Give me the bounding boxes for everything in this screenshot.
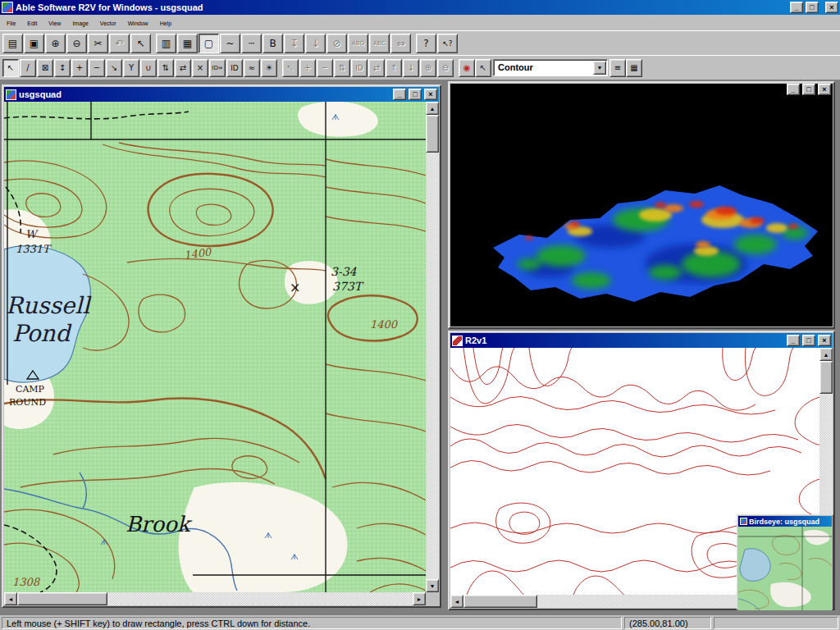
r2v1-minimize-button[interactable]: _	[787, 335, 800, 346]
scroll-left-button[interactable]: ◄	[4, 592, 17, 605]
scroll-thumb[interactable]	[17, 592, 107, 605]
pointer-button[interactable]: ↖	[130, 34, 151, 53]
vertex-down-button[interactable]: ↓	[403, 59, 419, 77]
pin-button[interactable]: ↧	[284, 34, 304, 53]
scroll-up-button[interactable]: ▲	[426, 102, 439, 115]
show-id-button[interactable]: ID	[226, 59, 243, 77]
menu-image[interactable]: Image	[66, 16, 94, 30]
context-help-button[interactable]: ↖?	[437, 34, 458, 53]
vertex-up-button[interactable]: ↑	[386, 59, 402, 77]
zoom-in-button[interactable]: ⊕	[45, 34, 66, 53]
vector-display-button[interactable]: ~	[220, 34, 240, 53]
scroll-left-button[interactable]: ◄	[450, 595, 463, 608]
edit-pointer-button[interactable]: ↖	[2, 59, 19, 77]
r2v1-titlebar[interactable]: R2v1 _ □ ×	[450, 333, 833, 348]
flip-line-button[interactable]: ⇅	[158, 59, 174, 77]
split-line-button[interactable]: Y	[123, 59, 139, 77]
text-abc-button[interactable]: ABC	[369, 34, 390, 53]
scroll-down-button[interactable]: ▼	[426, 579, 439, 592]
app-minimize-button[interactable]: _	[790, 2, 803, 13]
snap-node-button[interactable]: ↘	[106, 59, 122, 77]
delete-node-button[interactable]: −	[89, 59, 105, 77]
window-usgsquad[interactable]: usgsquad _ □ ×	[2, 84, 441, 608]
vertex-swap-button[interactable]: ⇄	[368, 59, 385, 77]
3d-minimize-button[interactable]: _	[787, 84, 800, 95]
scroll-right-button[interactable]: ►	[413, 592, 426, 605]
image-view-button[interactable]: ▥	[156, 34, 176, 53]
move-vertex-button[interactable]: ↕	[54, 59, 71, 77]
zoom-out-button[interactable]: ⊖	[66, 34, 87, 53]
3d-terrain-canvas[interactable]	[450, 95, 833, 326]
scroll-thumb[interactable]	[426, 115, 439, 153]
reverse-line-button[interactable]: ⇄	[175, 59, 191, 77]
vertex-flip-button[interactable]: ⇅	[334, 59, 350, 77]
vertex-delete-button[interactable]: −	[317, 59, 333, 77]
app-close-button[interactable]: ×	[825, 2, 838, 13]
usgsquad-titlebar[interactable]: usgsquad _ □ ×	[4, 87, 439, 102]
scroll-track[interactable]	[17, 592, 413, 605]
capture-button[interactable]: ▣	[24, 34, 44, 53]
layer-combo[interactable]: Contour ▼	[493, 59, 608, 76]
menu-help[interactable]: Help	[154, 16, 177, 30]
menu-view[interactable]: View	[43, 16, 66, 30]
window-3d-view[interactable]: _ □ ×	[448, 81, 835, 329]
assign-id-button[interactable]: ID=	[209, 59, 226, 77]
context-help-icon: ↖?	[442, 39, 452, 48]
snap-icon: ↘	[111, 63, 117, 72]
id-equals-icon: ID=	[212, 65, 222, 71]
cut-button[interactable]: ✂	[88, 34, 108, 53]
menu-file[interactable]: File	[1, 16, 21, 30]
undo-button[interactable]: ↶	[109, 34, 130, 53]
select-area-button[interactable]: ▢	[199, 34, 219, 53]
birdseye-canvas[interactable]	[738, 527, 832, 610]
scroll-up-button[interactable]: ▲	[819, 348, 833, 361]
usgsquad-close-button[interactable]: ×	[424, 89, 437, 100]
3d-close-button[interactable]: ×	[818, 84, 831, 95]
pan-button[interactable]: ⇔	[390, 34, 411, 53]
usgsquad-maximize-button[interactable]: □	[409, 89, 422, 100]
3d-maximize-button[interactable]: □	[802, 84, 815, 95]
menu-vector[interactable]: Vector	[94, 16, 122, 30]
usgsquad-hscrollbar[interactable]: ◄ ►	[4, 592, 426, 605]
delete-line-button[interactable]: ×	[192, 59, 208, 77]
draw-line-button[interactable]: /	[20, 59, 36, 77]
erase-button[interactable]: ⊠	[37, 59, 53, 77]
elevation-button[interactable]: ☀	[261, 59, 277, 77]
node-display-button[interactable]: ┄	[241, 34, 262, 53]
text-abo-button[interactable]: ABO	[348, 34, 368, 53]
window-birdseye[interactable]: Birdseye: usgsquad	[737, 514, 833, 610]
help-button[interactable]: ?	[416, 34, 436, 53]
label-button[interactable]: B	[262, 34, 283, 53]
menu-edit[interactable]: Edit	[21, 16, 43, 30]
vertex-id-button[interactable]: ID	[351, 59, 368, 77]
menu-window[interactable]: Window	[122, 16, 154, 30]
drop-button[interactable]: ↓	[305, 34, 326, 53]
print-button[interactable]: ▤	[2, 34, 23, 53]
3d-view-titlebar[interactable]: _ □ ×	[450, 84, 833, 95]
vertex-add-button[interactable]: +	[299, 59, 316, 77]
layer-table-button[interactable]: ▦	[626, 59, 642, 77]
usgsquad-minimize-button[interactable]: _	[393, 89, 406, 100]
combo-dropdown-button[interactable]: ▼	[593, 61, 606, 75]
smooth-line-button[interactable]: ≈	[244, 59, 260, 77]
usgsquad-vscrollbar[interactable]: ▲ ▼	[426, 102, 439, 592]
layer-marker-button[interactable]: ◉	[459, 59, 475, 77]
r2v1-close-button[interactable]: ×	[818, 335, 831, 346]
scroll-track[interactable]	[426, 115, 439, 579]
vertex-pointer-button[interactable]: ↖	[282, 59, 299, 77]
line-list-button[interactable]: ≡	[609, 59, 626, 77]
add-node-button[interactable]: +	[71, 59, 88, 77]
birdseye-titlebar[interactable]: Birdseye: usgsquad	[738, 516, 832, 527]
scroll-thumb[interactable]	[463, 595, 537, 608]
r2v1-maximize-button[interactable]: □	[802, 335, 815, 346]
vertex-zoom-in-button[interactable]: ⊕	[420, 59, 436, 77]
app-maximize-button[interactable]: □	[806, 2, 819, 13]
map-canvas[interactable]: W 1331T Russell Pond CAMP ROUND Brook 14…	[4, 102, 426, 592]
scroll-thumb[interactable]	[819, 361, 833, 394]
layer-pick-button[interactable]: ↖	[475, 59, 491, 77]
vertex-zoom-out-button[interactable]: ⊖	[437, 59, 454, 77]
join-line-button[interactable]: ∪	[140, 59, 157, 77]
palette-button[interactable]: ▦	[177, 34, 198, 53]
forbid-button[interactable]: ⊘	[326, 34, 347, 53]
app-titlebar[interactable]: Able Software R2V for Windows - usgsquad…	[0, 0, 840, 15]
